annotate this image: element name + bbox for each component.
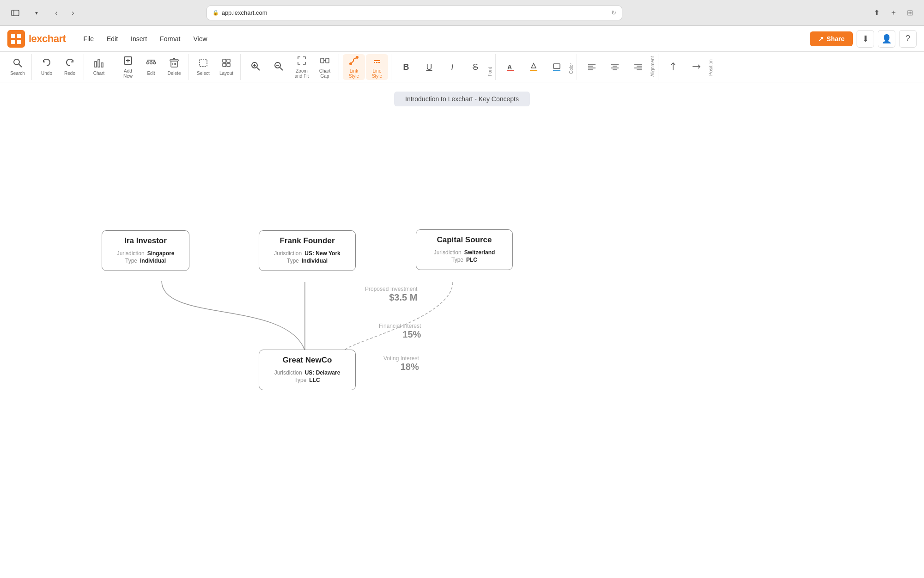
zoom-out-button[interactable]	[267, 54, 290, 80]
add-new-button[interactable]: Add New	[117, 54, 139, 80]
capital-source-fields: Jurisdiction Switzerland Type PLC	[425, 249, 504, 263]
svg-rect-26	[223, 63, 226, 67]
voting-interest-value: 18%	[383, 362, 419, 372]
newco-type-label: Type	[294, 377, 306, 383]
svg-rect-43	[553, 64, 560, 68]
italic-button[interactable]: I	[441, 54, 463, 80]
download-button[interactable]: ⬇	[857, 30, 874, 48]
font-color-button[interactable]: A	[499, 54, 522, 80]
align-left-button[interactable]	[581, 54, 603, 80]
svg-rect-24	[223, 59, 226, 62]
zoom-group: Zoom and Fit Chart Gap	[242, 54, 339, 80]
reload-button[interactable]: ↻	[611, 9, 616, 16]
chart-button[interactable]: Chart	[88, 54, 110, 80]
node-capital-source[interactable]: Capital Source Jurisdiction Switzerland …	[416, 229, 513, 270]
strikethrough-button[interactable]: S	[464, 54, 486, 80]
svg-rect-2	[11, 34, 15, 38]
chart-gap-button[interactable]: Chart Gap	[314, 54, 336, 80]
style-group: Link Style Line Style	[340, 54, 391, 80]
nav-insert[interactable]: Insert	[124, 26, 153, 52]
node-great-newco[interactable]: Great NewCo Jurisdiction US: Delaware Ty…	[259, 350, 356, 390]
position-up-button[interactable]	[662, 54, 684, 80]
ira-jurisdiction-label: Jurisdiction	[117, 250, 145, 257]
app-header: lexchart File Edit Insert Format View ↗ …	[0, 26, 924, 52]
chevron-down-icon[interactable]: ▾	[29, 6, 44, 19]
voting-interest-annotation: Voting Interest 18%	[383, 355, 419, 372]
font-group-label: Font	[487, 58, 492, 76]
zoom-fit-label: Zoom and Fit	[292, 68, 311, 79]
redo-icon	[65, 58, 75, 69]
layout-button[interactable]: Layout	[215, 54, 237, 80]
add-icon	[123, 55, 133, 67]
align-left-icon	[587, 61, 597, 73]
sidebar-toggle-button[interactable]	[7, 6, 23, 19]
align-center-button[interactable]	[604, 54, 626, 80]
fit-button[interactable]: Zoom and Fit	[291, 54, 313, 80]
capital-type-row: Type PLC	[425, 257, 504, 263]
undo-icon	[42, 58, 52, 69]
bold-button[interactable]: B	[395, 54, 417, 80]
frank-founder-fields: Jurisdiction US: New York Type Individua…	[267, 250, 347, 264]
address-bar[interactable]: 🔒 app.lexchart.com ↻	[207, 6, 622, 20]
link-style-button[interactable]: Link Style	[343, 54, 365, 80]
nav-format[interactable]: Format	[153, 26, 187, 52]
svg-point-14	[147, 62, 149, 64]
newco-jurisdiction-label: Jurisdiction	[274, 369, 302, 376]
delete-button[interactable]: Delete	[163, 54, 185, 80]
account-button[interactable]: 👤	[878, 30, 895, 48]
back-button[interactable]: ‹	[50, 6, 63, 19]
svg-point-15	[150, 62, 152, 64]
align-right-button[interactable]	[627, 54, 649, 80]
svg-line-7	[19, 64, 22, 67]
nav-view[interactable]: View	[187, 26, 213, 52]
border-color-button[interactable]	[546, 54, 568, 80]
logo-area: lexchart	[7, 30, 66, 48]
help-button[interactable]: ?	[899, 30, 917, 48]
select-button[interactable]: Select	[192, 54, 214, 80]
fill-color-button[interactable]	[523, 54, 545, 80]
search-button[interactable]: Search	[6, 54, 29, 80]
chart-icon	[94, 58, 104, 69]
canvas-area[interactable]: Introduction to Lexchart - Key Concepts …	[0, 82, 924, 578]
logo-text: lexchart	[29, 33, 66, 45]
edit-nodes-button[interactable]: Edit	[140, 54, 162, 80]
delete-icon	[169, 58, 179, 69]
svg-text:A: A	[507, 63, 512, 71]
alignment-group: Alignment	[578, 54, 658, 80]
redo-button[interactable]: Redo	[59, 54, 81, 80]
frank-jurisdiction-row: Jurisdiction US: New York	[267, 250, 347, 257]
line-style-button[interactable]: Line Style	[366, 54, 388, 80]
svg-rect-3	[17, 34, 21, 38]
capital-jurisdiction-value: Switzerland	[464, 249, 495, 256]
nav-file[interactable]: File	[77, 26, 100, 52]
tab-overview-button[interactable]: ⊞	[904, 6, 917, 19]
zoom-in-button[interactable]	[244, 54, 267, 80]
delete-label: Delete	[168, 71, 181, 76]
new-tab-button[interactable]: ＋	[887, 6, 900, 19]
undo-button[interactable]: Undo	[36, 54, 58, 80]
layout-label: Layout	[219, 71, 233, 76]
alignment-label: Alignment	[650, 57, 655, 77]
forward-button[interactable]: ›	[67, 6, 79, 19]
align-center-icon	[610, 61, 620, 73]
edit-label: Edit	[147, 71, 155, 76]
link-style-label: Link Style	[345, 68, 363, 79]
fit-icon	[297, 55, 307, 67]
share-button[interactable]: ↗ Share	[810, 31, 853, 46]
financial-interest-value: 15%	[379, 329, 421, 340]
ira-type-label: Type	[125, 258, 137, 264]
underline-button[interactable]: U	[418, 54, 440, 80]
node-frank-founder[interactable]: Frank Founder Jurisdiction US: New York …	[259, 230, 356, 271]
nav-edit[interactable]: Edit	[100, 26, 124, 52]
share-page-button[interactable]: ⬆	[870, 6, 883, 19]
ira-jurisdiction-row: Jurisdiction Singapore	[110, 250, 181, 257]
node-ira-investor[interactable]: Ira Investor Jurisdiction Singapore Type…	[102, 230, 189, 271]
svg-rect-42	[530, 70, 537, 71]
ira-jurisdiction-value: Singapore	[147, 250, 175, 257]
search-group: Search	[4, 54, 32, 80]
svg-point-16	[153, 62, 156, 64]
svg-rect-44	[553, 70, 560, 71]
proposed-investment-annotation: Proposed Investment $3.5 M	[365, 286, 417, 303]
align-right-icon	[633, 61, 643, 73]
position-right-button[interactable]	[685, 54, 707, 80]
